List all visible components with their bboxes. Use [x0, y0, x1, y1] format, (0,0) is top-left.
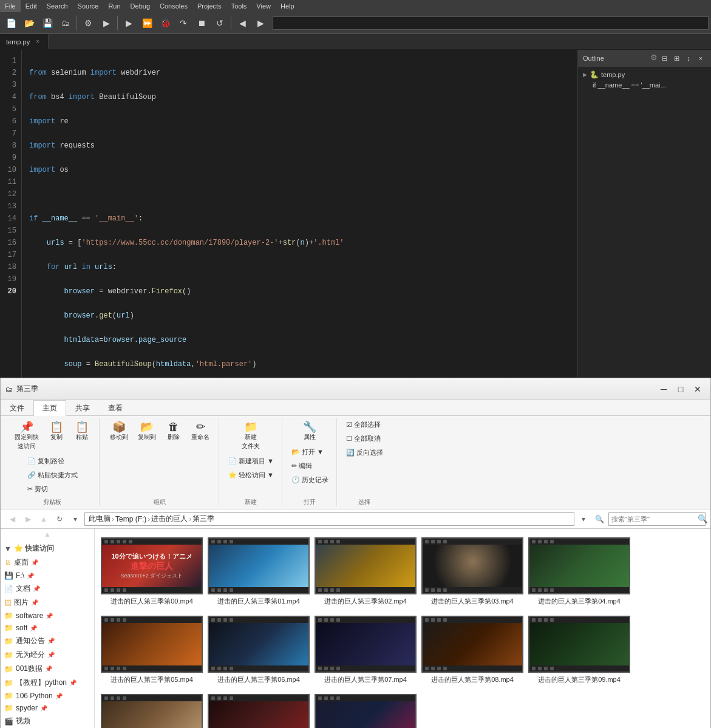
sidebar-item-desktop[interactable]: 🖥 桌面 📌 — [1, 556, 94, 570]
file-item-08[interactable]: 进击的巨人第三季第08.mp4 — [421, 613, 523, 687]
pin-to-quick-access-btn[interactable]: 📌 固定到快 速访问 — [10, 418, 43, 454]
sidebar-scroll-up[interactable]: ▲ — [1, 529, 94, 540]
invert-select-btn[interactable]: 🔄 反向选择 — [343, 446, 386, 459]
cmd-btn[interactable]: ▶ — [98, 15, 115, 32]
menu-file[interactable]: File — [0, 0, 21, 12]
file-item-00[interactable]: 10分で追いつける！アニメ 進撃の巨人 Season1+2 ダイジェスト 进击的… — [101, 535, 203, 608]
file-item-09[interactable]: 进击的巨人第三季第09.mp4 — [528, 613, 630, 687]
path-input[interactable]: C:\Users\king\.spyder-py3 — [273, 16, 709, 30]
menu-consoles[interactable]: Consoles — [155, 0, 192, 12]
step-btn[interactable]: ↷ — [175, 15, 192, 32]
ribbon-tab-share[interactable]: 共享 — [66, 400, 99, 416]
quick-access-expand[interactable]: ▼ — [4, 545, 12, 553]
cut-btn[interactable]: ✂ 剪切 — [24, 483, 81, 495]
paste-shortcut-btn[interactable]: 🔗 粘贴快捷方式 — [24, 469, 81, 481]
outline-child-item[interactable]: if __name__ == '__mai... — [580, 80, 709, 90]
file-item-05[interactable]: 进击的巨人第三季第05.mp4 — [101, 613, 203, 687]
tab-close-btn[interactable]: × — [33, 38, 42, 46]
menu-search[interactable]: Search — [42, 0, 73, 12]
outline-sync-btn[interactable]: ↕ — [683, 53, 694, 64]
preferences-btn[interactable]: ⚙ — [80, 15, 97, 32]
debug-btn[interactable]: 🐞 — [157, 15, 174, 32]
back-btn[interactable]: ◀ — [234, 15, 251, 32]
sidebar-item-spyder[interactable]: 📁 spyder 📌 — [1, 702, 94, 714]
new-file-btn[interactable]: 📄 — [2, 15, 19, 32]
properties-btn[interactable]: 🔧 属性 — [298, 418, 322, 444]
expand-address-btn[interactable]: ▾ — [577, 512, 590, 526]
file-item-11[interactable]: 进击的巨人第三季第11.mp4 — [208, 692, 310, 728]
sidebar-item-software[interactable]: 📁 software 📌 — [1, 610, 94, 622]
move-to-btn[interactable]: 📦 移动到 — [106, 418, 132, 444]
breadcrumb-drive[interactable]: Temp (F:) — [115, 515, 146, 523]
outline-expand-btn[interactable]: ⊞ — [671, 53, 682, 64]
minimize-btn[interactable]: ─ — [656, 383, 672, 396]
restart-btn[interactable]: ↺ — [211, 15, 228, 32]
sidebar-item-pictures[interactable]: 🖼 图片 📌 — [1, 596, 94, 610]
menu-run[interactable]: Run — [103, 0, 125, 12]
sidebar-item-f-drive[interactable]: 💾 F:\ 📌 — [1, 570, 94, 582]
open-btn[interactable]: 📂 — [21, 15, 38, 32]
breadcrumb-subfolder[interactable]: 第三季 — [192, 514, 214, 524]
outline-close-btn[interactable]: × — [695, 53, 706, 64]
sidebar-item-wuwei[interactable]: 📁 无为经分 📌 — [1, 648, 94, 662]
history-btn[interactable]: 🕐 历史记录 — [288, 474, 332, 486]
copy-to-btn[interactable]: 📂 复制到 — [134, 418, 160, 444]
select-all-btn[interactable]: ☑ 全部选择 — [343, 418, 386, 431]
forward-btn[interactable]: ▶ — [252, 15, 269, 32]
paste-btn[interactable]: 📋 粘贴 — [70, 418, 94, 454]
code-content[interactable]: from selenium import webdriver from bs4 … — [22, 50, 577, 378]
outline-file-item[interactable]: ▶ 🐍 temp.py — [580, 69, 709, 80]
forward-nav-btn[interactable]: ▶ — [21, 512, 35, 526]
new-item-btn[interactable]: 📄 新建项目 ▼ — [225, 455, 277, 468]
file-item-04[interactable]: 进击的巨人第三季第04.mp4 — [528, 535, 630, 608]
back-nav-btn[interactable]: ◀ — [5, 512, 19, 526]
sidebar-item-notice[interactable]: 📁 通知公告 📌 — [1, 634, 94, 648]
file-item-03[interactable]: 进击的巨人第三季第03.mp4 — [421, 535, 523, 608]
sidebar-item-video[interactable]: 🎬 视频 — [1, 714, 94, 728]
file-item-10[interactable]: 进击的巨人第三季第10.mp4 — [101, 692, 203, 728]
run-btn[interactable]: ▶ — [120, 15, 137, 32]
sidebar-item-soft[interactable]: 📁 soft 📌 — [1, 622, 94, 634]
file-item-12[interactable]: 进击的巨人第三季第12.mp4 — [315, 692, 417, 728]
file-item-02[interactable]: 进击的巨人第三季第02.mp4 — [315, 535, 417, 608]
menu-projects[interactable]: Projects — [192, 0, 226, 12]
menu-view[interactable]: View — [251, 0, 276, 12]
search-submit-btn[interactable]: 🔍 — [698, 513, 708, 525]
outline-settings-btn[interactable]: ⚙ — [650, 53, 658, 64]
save-all-btn[interactable]: 🗂 — [57, 15, 74, 32]
deselect-all-btn[interactable]: ☐ 全部取消 — [343, 432, 386, 445]
sidebar-item-106python[interactable]: 📁 106 Python 📌 — [1, 690, 94, 702]
menu-tools[interactable]: Tools — [226, 0, 252, 12]
refresh-nav-btn[interactable]: ↻ — [53, 512, 66, 526]
recent-btn[interactable]: ▾ — [69, 512, 82, 526]
save-btn[interactable]: 💾 — [39, 15, 56, 32]
easy-access-btn[interactable]: ⭐ 轻松访问 ▼ — [225, 469, 277, 481]
outline-collapse-btn[interactable]: ⊟ — [659, 53, 670, 64]
editor-tab-temp-py[interactable]: temp.py × — [0, 34, 49, 49]
close-btn[interactable]: ✕ — [690, 383, 706, 396]
file-item-01[interactable]: 进击的巨人第三季第01.mp4 — [208, 535, 310, 608]
breadcrumb-folder[interactable]: 进击的巨人 — [151, 514, 188, 524]
sidebar-item-001[interactable]: 📁 001数据 📌 — [1, 662, 94, 676]
up-nav-btn[interactable]: ▲ — [37, 512, 50, 526]
sidebar-item-documents[interactable]: 📄 文档 📌 — [1, 582, 94, 596]
delete-btn[interactable]: 🗑 删除 — [162, 418, 186, 444]
ribbon-tab-file[interactable]: 文件 — [1, 400, 33, 416]
menu-debug[interactable]: Debug — [126, 0, 155, 12]
open-btn[interactable]: 📂 打开 ▼ — [288, 446, 332, 458]
rename-btn[interactable]: ✏ 重命名 — [187, 418, 214, 444]
new-folder-btn[interactable]: 📁 新建 文件夹 — [237, 418, 264, 454]
code-area[interactable]: 1 2 3 4 5 6 7 8 9 10 11 12 13 14 15 16 1 — [0, 50, 577, 378]
file-item-06[interactable]: 进击的巨人第三季第06.mp4 — [208, 613, 310, 687]
search-in-folder-btn[interactable]: 🔍 — [593, 512, 606, 526]
menu-edit[interactable]: Edit — [21, 0, 42, 12]
ribbon-tab-home[interactable]: 主页 — [33, 400, 66, 416]
run-cell-btn[interactable]: ⏩ — [138, 15, 155, 32]
sidebar-item-tutorial[interactable]: 📁 【教程】python 📌 — [1, 676, 94, 690]
maximize-btn[interactable]: □ — [673, 383, 689, 396]
menu-source[interactable]: Source — [73, 0, 104, 12]
search-input[interactable] — [609, 515, 698, 523]
copy-path-btn[interactable]: 📄 复制路径 — [24, 455, 81, 468]
file-item-07[interactable]: 进击的巨人第三季第07.mp4 — [315, 613, 417, 687]
edit-btn[interactable]: ✏ 编辑 — [288, 460, 332, 472]
